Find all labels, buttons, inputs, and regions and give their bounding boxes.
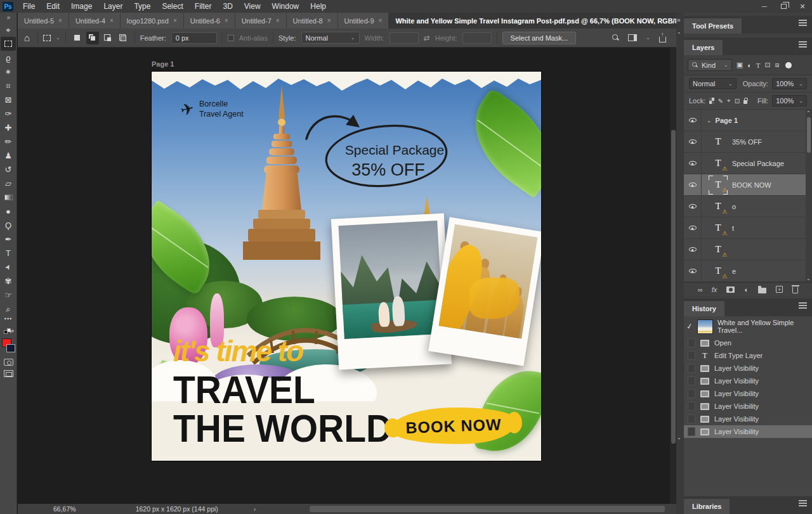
menu-filter[interactable]: Filter (189, 0, 218, 13)
new-layer-icon[interactable]: + (776, 286, 783, 293)
type-layer-thumbnail[interactable]: T⚠ (710, 177, 726, 193)
screen-mode-button[interactable] (4, 370, 13, 377)
eraser-tool[interactable]: ▱ (1, 176, 16, 190)
panel-menu-icon[interactable] (799, 503, 807, 504)
history-source-well[interactable] (688, 338, 695, 347)
active-tool-icon[interactable] (43, 35, 51, 41)
menu-select[interactable]: Select (156, 0, 188, 13)
type-layer-thumbnail[interactable]: T⚠ (710, 199, 726, 214)
select-and-mask-button[interactable]: Select and Mask... (502, 32, 577, 44)
history-state-row[interactable]: Layer Visibility (684, 387, 812, 400)
eyedropper-tool[interactable]: ✑ (1, 106, 16, 120)
frame-tool[interactable]: ⊠ (1, 93, 16, 106)
layer-name[interactable]: t (732, 224, 734, 232)
type-layer-thumbnail[interactable]: T (710, 134, 726, 150)
delete-layer-icon[interactable] (792, 287, 798, 293)
history-state-row[interactable]: Layer Visibility (684, 400, 812, 413)
vertical-scrollbar-thumb[interactable] (671, 130, 676, 444)
tab-tool-presets[interactable]: Tool Presets (684, 18, 742, 34)
intersect-selection-button[interactable] (117, 32, 129, 44)
edit-toolbar-button[interactable]: ••• (4, 316, 12, 326)
filter-type-layers-icon[interactable]: T (756, 61, 761, 69)
type-tool[interactable]: T (1, 246, 16, 260)
layer-visibility-toggle[interactable] (684, 131, 702, 152)
layer-row[interactable]: T35% OFF (684, 131, 812, 153)
type-layer-thumbnail[interactable]: T⚠ (710, 264, 726, 279)
menu-3d[interactable]: 3D (217, 0, 238, 13)
history-state-row[interactable]: Layer Visibility (684, 413, 812, 425)
anti-alias-checkbox[interactable] (228, 35, 234, 41)
dock-expand-icon[interactable]: » (677, 16, 679, 23)
layer-visibility-toggle[interactable] (684, 174, 702, 195)
lock-pixels-icon[interactable]: ✎ (718, 98, 723, 105)
lasso-tool[interactable]: ϱ (1, 51, 16, 65)
crop-tool[interactable]: ⌗ (1, 79, 16, 93)
layer-visibility-toggle[interactable] (684, 110, 702, 131)
filter-toggle-icon[interactable] (785, 62, 792, 68)
workspace-chevron-icon[interactable]: ⌄ (646, 35, 650, 41)
new-selection-button[interactable] (71, 32, 84, 44)
lock-position-icon[interactable]: ⌖ (727, 97, 731, 105)
tab-close-icon[interactable]: × (379, 17, 383, 24)
document-tab[interactable]: White and Yellow Simple Travel Instagram… (389, 13, 676, 29)
history-source-well[interactable] (688, 389, 695, 398)
quick-mask-button[interactable] (4, 359, 13, 366)
document-tab[interactable]: Untitled-5× (18, 13, 69, 29)
layer-row[interactable]: T⚠ (684, 239, 812, 260)
home-icon[interactable]: ⌂ (24, 32, 30, 43)
scroll-up-icon[interactable]: ⌃ (806, 110, 811, 116)
subtract-from-selection-button[interactable] (102, 32, 114, 44)
tab-libraries[interactable]: Libraries (684, 499, 730, 514)
menu-type[interactable]: Type (128, 0, 156, 13)
default-swap-colors-icon[interactable]: ⇄ (4, 328, 13, 336)
menu-view[interactable]: View (239, 0, 266, 13)
zoom-level[interactable]: 66,67% (18, 505, 85, 513)
artboard[interactable]: ✈ Borcelle Travel Agent Special Package … (152, 72, 541, 461)
tab-layers[interactable]: Layers (684, 40, 723, 55)
document-tab[interactable]: Untitled-9× (338, 13, 390, 29)
layers-scrollbar[interactable]: ⌃⌄ (806, 110, 812, 282)
opacity-select[interactable]: 100%⌄ (772, 78, 807, 89)
link-layers-icon[interactable]: ∞ (698, 286, 702, 293)
adjustment-layer-icon[interactable]: ◐ (744, 286, 749, 293)
dock-scroll-down-icon[interactable]: ⌄ (677, 435, 681, 440)
minimize-button[interactable]: ─ (755, 0, 774, 13)
tab-close-icon[interactable]: × (58, 17, 62, 24)
panel-menu-icon[interactable] (799, 305, 807, 306)
path-selection-tool[interactable]: ➤ (1, 260, 16, 274)
tool-preset-chevron-icon[interactable]: ⌄ (56, 35, 60, 41)
search-icon[interactable] (612, 34, 619, 41)
layer-name[interactable]: Page 1 (716, 117, 738, 124)
history-state-row[interactable]: Open (684, 337, 812, 349)
history-source-well[interactable] (688, 414, 695, 423)
menu-file[interactable]: File (17, 0, 41, 13)
layer-row[interactable]: T⚠e (684, 260, 812, 282)
panel-menu-icon[interactable] (799, 22, 807, 23)
close-button[interactable]: ✕ (793, 0, 812, 13)
share-icon[interactable] (659, 37, 666, 42)
blend-mode-select[interactable]: Normal⌄ (689, 78, 737, 89)
history-source-well[interactable] (688, 364, 695, 373)
layer-effects-icon[interactable]: fx (712, 286, 717, 293)
tab-close-icon[interactable]: × (327, 17, 331, 24)
filter-shape-layers-icon[interactable]: ⊡ (765, 61, 771, 69)
scroll-down-icon[interactable]: ⌄ (806, 276, 811, 281)
history-brush-source-icon[interactable]: ✓ (686, 321, 693, 331)
history-source-well[interactable] (688, 376, 695, 385)
spot-healing-brush-tool[interactable]: ✚ (1, 120, 16, 134)
custom-shape-tool[interactable]: ✾ (1, 274, 16, 288)
clone-stamp-tool[interactable]: ♟ (1, 148, 16, 162)
type-layer-thumbnail[interactable]: T⚠ (710, 221, 726, 236)
type-layer-thumbnail[interactable]: T⚠ (710, 242, 726, 257)
canvas-area[interactable]: Page 1 (18, 48, 670, 504)
menu-image[interactable]: Image (65, 0, 98, 13)
document-tab[interactable]: Untitled-4× (69, 13, 121, 29)
layer-row[interactable]: T⚠Special Package (684, 153, 812, 174)
panel-menu-icon[interactable] (799, 44, 807, 45)
magic-wand-tool[interactable]: ✴ (1, 65, 16, 79)
history-state-row[interactable]: TEdit Type Layer (684, 349, 812, 362)
menu-layer[interactable]: Layer (98, 0, 128, 13)
toolbar-collapse-button[interactable]: » (7, 13, 10, 23)
workspace-icon[interactable] (628, 34, 637, 41)
history-brush-tool[interactable]: ↺ (1, 162, 16, 176)
